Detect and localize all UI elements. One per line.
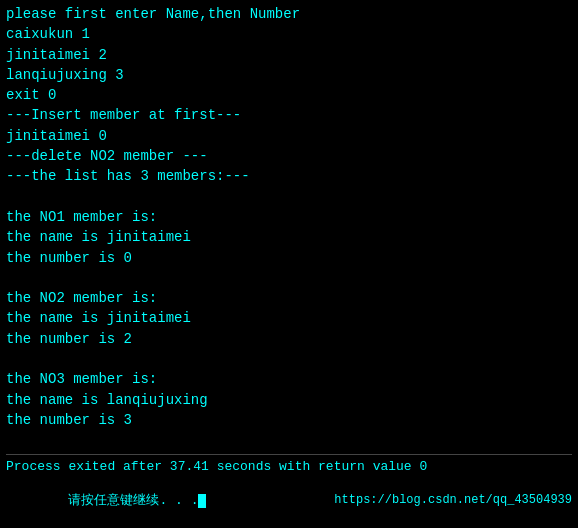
bottom-bar: Process exited after 37.41 seconds with … xyxy=(6,454,572,525)
terminal-line: jinitaimei 2 xyxy=(6,45,572,65)
terminal-line xyxy=(6,430,572,450)
url-text: https://blog.csdn.net/qq_43504939 xyxy=(334,493,572,507)
terminal-line: the name is jinitaimei xyxy=(6,227,572,247)
terminal-line: the number is 2 xyxy=(6,329,572,349)
terminal-line xyxy=(6,187,572,207)
output-area: please first enter Name,then Numbercaixu… xyxy=(6,4,572,454)
terminal-line: the NO1 member is: xyxy=(6,207,572,227)
terminal-line: exit 0 xyxy=(6,85,572,105)
terminal-line: the name is lanqiujuxing xyxy=(6,390,572,410)
terminal-line: lanqiujuxing 3 xyxy=(6,65,572,85)
terminal-line: the NO3 member is: xyxy=(6,369,572,389)
terminal-line: jinitaimei 0 xyxy=(6,126,572,146)
terminal-line: ---Insert member at first--- xyxy=(6,105,572,125)
terminal-line: the name is jinitaimei xyxy=(6,308,572,328)
terminal-line xyxy=(6,268,572,288)
terminal-line: ---delete NO2 member --- xyxy=(6,146,572,166)
cursor xyxy=(198,494,206,508)
terminal-line: caixukun 1 xyxy=(6,24,572,44)
terminal: please first enter Name,then Numbercaixu… xyxy=(0,0,578,528)
prompt-line: 请按任意键继续. . . xyxy=(6,476,206,524)
terminal-line: the number is 0 xyxy=(6,248,572,268)
terminal-line: ---the list has 3 members:--- xyxy=(6,166,572,186)
terminal-line: the NO2 member is: xyxy=(6,288,572,308)
terminal-line xyxy=(6,349,572,369)
terminal-line: the number is 3 xyxy=(6,410,572,430)
process-status: Process exited after 37.41 seconds with … xyxy=(6,457,572,477)
terminal-line: please first enter Name,then Number xyxy=(6,4,572,24)
